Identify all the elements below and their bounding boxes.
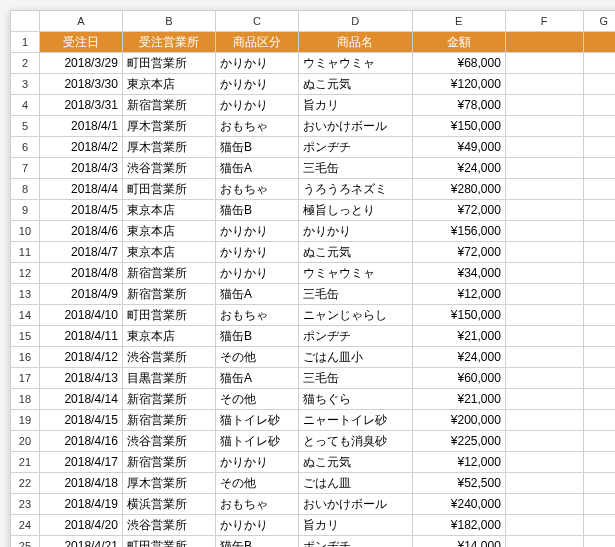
cell-amount[interactable]: ¥72,000 — [412, 200, 505, 221]
cell-empty-f[interactable] — [505, 263, 583, 284]
row-header[interactable]: 13 — [11, 284, 40, 305]
cell-amount[interactable]: ¥60,000 — [412, 368, 505, 389]
cell-office[interactable]: 目黒営業所 — [122, 368, 215, 389]
row-header[interactable]: 6 — [11, 137, 40, 158]
cell-empty-f[interactable] — [505, 200, 583, 221]
row-header[interactable]: 18 — [11, 389, 40, 410]
cell-empty-g[interactable] — [583, 158, 615, 179]
cell-category[interactable]: おもちゃ — [215, 305, 298, 326]
cell-empty-g[interactable] — [583, 431, 615, 452]
row-header[interactable]: 16 — [11, 347, 40, 368]
cell-amount[interactable]: ¥21,000 — [412, 389, 505, 410]
cell-date[interactable]: 2018/4/9 — [39, 284, 122, 305]
cell-amount[interactable]: ¥150,000 — [412, 305, 505, 326]
row-header[interactable]: 11 — [11, 242, 40, 263]
cell-empty-f[interactable] — [505, 368, 583, 389]
cell-amount[interactable]: ¥12,000 — [412, 452, 505, 473]
row-header[interactable]: 8 — [11, 179, 40, 200]
cell-product[interactable]: ぬこ元気 — [298, 242, 412, 263]
cell-category[interactable]: おもちゃ — [215, 494, 298, 515]
cell-category[interactable]: おもちゃ — [215, 179, 298, 200]
cell-date[interactable]: 2018/4/14 — [39, 389, 122, 410]
cell-amount[interactable]: ¥34,000 — [412, 263, 505, 284]
cell-date[interactable]: 2018/4/19 — [39, 494, 122, 515]
cell-product[interactable]: おいかけボール — [298, 494, 412, 515]
row-header[interactable]: 15 — [11, 326, 40, 347]
cell-category[interactable]: かりかり — [215, 452, 298, 473]
cell-empty-f[interactable] — [505, 515, 583, 536]
cell-date[interactable]: 2018/4/13 — [39, 368, 122, 389]
cell-office[interactable]: 新宿営業所 — [122, 452, 215, 473]
col-header-G[interactable]: G — [583, 11, 615, 32]
cell-category[interactable]: 猫缶B — [215, 326, 298, 347]
cell-amount[interactable]: ¥12,000 — [412, 284, 505, 305]
cell-product[interactable]: ぬこ元気 — [298, 74, 412, 95]
cell-amount[interactable]: ¥225,000 — [412, 431, 505, 452]
cell-empty-g[interactable] — [583, 53, 615, 74]
col-header-D[interactable]: D — [298, 11, 412, 32]
row-header[interactable]: 19 — [11, 410, 40, 431]
cell-empty-f[interactable] — [505, 53, 583, 74]
cell-category[interactable]: 猫缶A — [215, 284, 298, 305]
col-header-E[interactable]: E — [412, 11, 505, 32]
row-header[interactable]: 20 — [11, 431, 40, 452]
row-header[interactable]: 3 — [11, 74, 40, 95]
cell-product[interactable]: ポンヂチ — [298, 137, 412, 158]
cell-product[interactable]: おいかけボール — [298, 116, 412, 137]
cell-category[interactable]: かりかり — [215, 263, 298, 284]
header-cell-amount[interactable]: 金額 — [412, 32, 505, 53]
cell-date[interactable]: 2018/4/5 — [39, 200, 122, 221]
cell-empty-f[interactable] — [505, 284, 583, 305]
cell-amount[interactable]: ¥24,000 — [412, 158, 505, 179]
cell-empty-g[interactable] — [583, 179, 615, 200]
cell-empty-g[interactable] — [583, 536, 615, 548]
col-header-C[interactable]: C — [215, 11, 298, 32]
row-header[interactable]: 5 — [11, 116, 40, 137]
cell-product[interactable]: ごはん皿小 — [298, 347, 412, 368]
cell-office[interactable]: 渋谷営業所 — [122, 431, 215, 452]
cell-category[interactable]: 猫缶A — [215, 368, 298, 389]
cell-office[interactable]: 町田営業所 — [122, 53, 215, 74]
cell-category[interactable]: 猫トイレ砂 — [215, 431, 298, 452]
cell-empty-f[interactable] — [505, 179, 583, 200]
cell-product[interactable]: ニャンじゃらし — [298, 305, 412, 326]
cell-amount[interactable]: ¥24,000 — [412, 347, 505, 368]
cell-date[interactable]: 2018/4/16 — [39, 431, 122, 452]
cell-date[interactable]: 2018/4/17 — [39, 452, 122, 473]
cell-amount[interactable]: ¥120,000 — [412, 74, 505, 95]
row-header[interactable]: 23 — [11, 494, 40, 515]
cell-empty-g[interactable] — [583, 95, 615, 116]
cell-office[interactable]: 町田営業所 — [122, 305, 215, 326]
cell-product[interactable]: ウミャウミャ — [298, 263, 412, 284]
row-header[interactable]: 10 — [11, 221, 40, 242]
row-header[interactable]: 21 — [11, 452, 40, 473]
cell-category[interactable]: その他 — [215, 389, 298, 410]
cell-product[interactable]: 旨カリ — [298, 95, 412, 116]
cell-date[interactable]: 2018/4/15 — [39, 410, 122, 431]
cell-product[interactable]: かりかり — [298, 221, 412, 242]
cell-empty-f[interactable] — [505, 494, 583, 515]
cell-date[interactable]: 2018/4/11 — [39, 326, 122, 347]
cell-office[interactable]: 町田営業所 — [122, 179, 215, 200]
cell-empty-g[interactable] — [583, 389, 615, 410]
cell-amount[interactable]: ¥49,000 — [412, 137, 505, 158]
cell-category[interactable]: かりかり — [215, 515, 298, 536]
cell-category[interactable]: かりかり — [215, 53, 298, 74]
cell-product[interactable]: 三毛缶 — [298, 158, 412, 179]
cell-date[interactable]: 2018/4/10 — [39, 305, 122, 326]
cell-empty-g[interactable] — [583, 515, 615, 536]
row-header[interactable]: 24 — [11, 515, 40, 536]
cell-date[interactable]: 2018/4/8 — [39, 263, 122, 284]
cell-office[interactable]: 横浜営業所 — [122, 494, 215, 515]
row-header[interactable]: 14 — [11, 305, 40, 326]
cell-office[interactable]: 東京本店 — [122, 221, 215, 242]
cell-category[interactable]: その他 — [215, 473, 298, 494]
cell-empty-g[interactable] — [583, 494, 615, 515]
row-header[interactable]: 7 — [11, 158, 40, 179]
cell-empty-f[interactable] — [505, 431, 583, 452]
row-header-1[interactable]: 1 — [11, 32, 40, 53]
cell-office[interactable]: 渋谷営業所 — [122, 347, 215, 368]
cell-category[interactable]: かりかり — [215, 242, 298, 263]
cell-category[interactable]: かりかり — [215, 221, 298, 242]
col-header-B[interactable]: B — [122, 11, 215, 32]
